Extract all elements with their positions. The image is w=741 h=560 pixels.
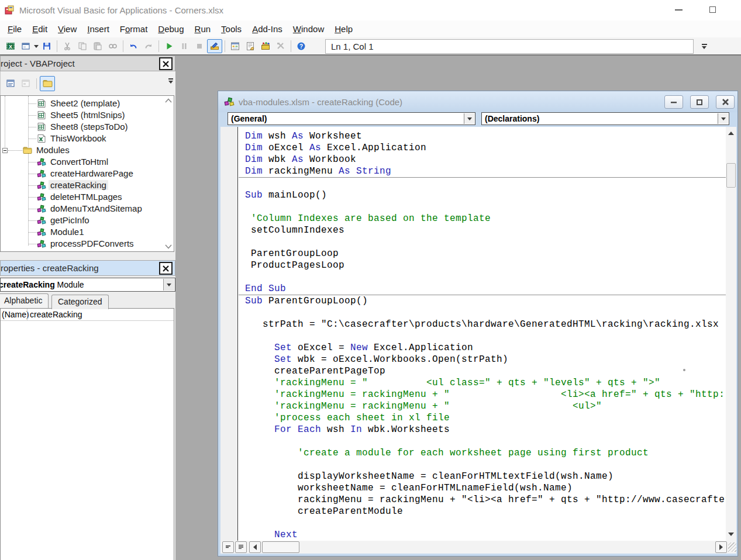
menu-item-add-ins[interactable]: Add-Ins [247,22,288,36]
vertical-scrollbar[interactable] [726,127,736,541]
view-code-button[interactable] [3,76,18,91]
code-line[interactable]: 'create a module for each worksheet page… [245,447,726,459]
object-combobox[interactable]: (General) [228,112,475,125]
code-line[interactable]: ProductPagesLoop [245,260,726,271]
toolbar-properties-window-button[interactable] [243,39,258,53]
properties-object-combobox[interactable]: createRacking Module [0,278,175,292]
toolbar-design-mode-button[interactable] [207,39,222,53]
code-line[interactable] [245,178,726,189]
code-line[interactable]: 'Column Indexes are based on the templat… [245,213,726,224]
toolbar-options-button[interactable] [698,39,711,54]
toolbar-paste-button[interactable] [90,39,105,53]
toolbar-break-button[interactable] [177,39,192,53]
insert-object-dropdown[interactable] [33,39,39,53]
code-minimize-button[interactable] [664,95,683,109]
code-line[interactable]: displayWorksheetName = cleanForHTMLtextF… [245,471,726,482]
tab-alphabetic[interactable]: Alphabetic [0,293,49,308]
code-line[interactable]: 'rackingMenu = rackingMenu + " <ul>" [245,400,726,412]
scroll-left-button[interactable] [249,541,261,553]
tree-item-getpicinfo[interactable]: getPicInfo [1,215,163,226]
code-line[interactable]: strPath = "C:\casecrafter\products\hardw… [245,319,726,330]
code-line[interactable] [245,459,726,471]
code-restore-button[interactable] [690,95,709,109]
menu-item-tools[interactable]: Tools [216,22,247,36]
toolbar-view-microsoft-excel-button[interactable]: X [3,39,18,53]
menu-item-insert[interactable]: Insert [82,22,115,36]
tree-item-createhardwarepage[interactable]: createHardwarePage [1,168,163,179]
code-margin-strip[interactable] [220,127,238,541]
vertical-scrollbar-thumb[interactable] [726,163,736,188]
menu-item-window[interactable]: Window [288,22,329,36]
toolbar-project-explorer-button[interactable] [228,39,243,53]
property-value[interactable]: createRacking [30,310,82,319]
scroll-right-button[interactable] [715,541,727,553]
code-line[interactable]: 'process each sheet in xl file [245,412,726,424]
code-line[interactable] [245,435,726,447]
code-line[interactable] [245,307,726,319]
tree-item-modules[interactable]: Modules [1,144,163,156]
toolbar-redo-button[interactable] [141,39,156,53]
project-panel-close-button[interactable] [159,57,173,70]
horizontal-scrollbar-thumb[interactable] [262,541,299,553]
menu-item-run[interactable]: Run [189,22,216,36]
toolbar-undo-button[interactable] [126,39,141,53]
project-toolbar-options-button[interactable] [168,78,173,84]
code-close-button[interactable] [716,95,735,109]
tree-item-converttohtml[interactable]: ConvertToHtml [1,156,163,168]
code-line[interactable]: Dim wbk As Workbook [245,154,726,165]
code-line[interactable] [245,330,726,342]
minimize-button[interactable] [666,0,691,19]
code-window-titlebar[interactable]: vba-modules.xlsm - createRacking (Code) [218,91,737,112]
code-line[interactable]: Sub ParentGroupLoop() [245,295,726,307]
scroll-down-button[interactable] [726,529,736,540]
code-line[interactable] [245,517,726,529]
code-line[interactable]: Sub mainLoop() [245,189,726,201]
tree-item-sheet8-stepstodo[interactable]: Sheet8 (stepsToDo) [1,121,163,133]
code-line[interactable]: createParentModule [245,506,726,517]
code-line[interactable]: Dim wsh As Worksheet [245,130,726,142]
code-line[interactable]: For Each wsh In wbk.Worksheets [245,424,726,435]
maximize-button[interactable] [699,0,725,19]
toolbar-help-button[interactable]: ? [294,39,309,53]
code-line[interactable]: Dim rackingMenu As String [245,165,726,177]
dock-splitter[interactable] [0,253,175,260]
code-editor[interactable]: Dim wsh As WorksheetDim oExcel As Excel.… [239,127,726,541]
menu-item-help[interactable]: Help [329,22,358,36]
tree-item-sheet5-htmlsnips[interactable]: Sheet5 (htmlSnips) [1,109,163,121]
combobox-dropdown-button[interactable] [464,113,474,124]
project-panel-titlebar[interactable]: Project - VBAProject [0,56,175,71]
resize-grip[interactable] [728,542,736,552]
tree-item-domenutxtandsitemap[interactable]: doMenuTxtAndSitemap [1,203,163,215]
toolbar-find-button[interactable] [105,39,120,53]
tree-collapse-toggle[interactable] [2,148,8,153]
code-line[interactable]: 'rackingMenu = rackingMenu + " <li><a hr… [245,389,726,400]
menu-item-file[interactable]: File [2,22,27,36]
code-line[interactable]: End Sub [245,283,726,295]
toolbar-insert-userform-button[interactable] [18,39,33,53]
procedure-view-button[interactable] [222,541,234,553]
toggle-folders-button[interactable] [40,76,55,91]
properties-panel-titlebar[interactable]: Properties - createRacking [0,260,175,276]
code-line[interactable] [245,201,726,213]
code-line[interactable]: Next [245,529,726,541]
menu-item-view[interactable]: View [53,22,82,36]
menu-item-edit[interactable]: Edit [27,22,53,36]
toolbar-object-browser-button[interactable] [258,39,273,53]
property-row[interactable]: (Name)createRacking [1,309,174,321]
code-line[interactable]: Set oExcel = New Excel.Application [245,342,726,354]
toolbar-reset-button[interactable] [192,39,207,53]
code-line[interactable]: rackingMenu = rackingMenu + "<li><a href… [245,494,726,506]
full-module-view-button[interactable] [235,541,247,553]
code-line[interactable]: Set wbk = oExcel.Workbooks.Open(strPath) [245,354,726,365]
tree-item-deletehtmlpages[interactable]: deleteHTMLpages [1,191,163,203]
code-line[interactable]: worksheetName = cleanForHTMLnameField(ws… [245,482,726,494]
toolbar-run-sub-button[interactable] [161,39,177,53]
code-line[interactable]: ParentGroupLoop [245,248,726,260]
tree-scroll-down-arrow[interactable] [165,244,172,249]
tree-item-module1[interactable]: Module1 [1,226,163,238]
tab-categorized[interactable]: Categorized [51,295,109,309]
code-line[interactable] [245,271,726,283]
combobox-dropdown-button[interactable] [163,279,174,291]
toolbar-cut-button[interactable] [60,39,75,53]
toolbar-save-button[interactable] [39,39,54,53]
